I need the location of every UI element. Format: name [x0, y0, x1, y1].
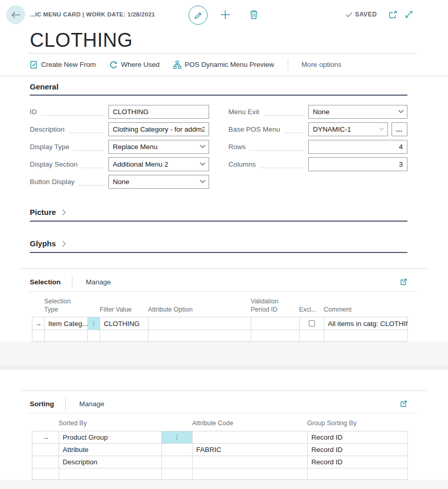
- assist-edit-button[interactable]: …: [391, 122, 407, 136]
- row-selector-cell[interactable]: [32, 468, 59, 480]
- resize-window-button[interactable]: [405, 10, 413, 19]
- attribute-option-cell[interactable]: [148, 317, 251, 330]
- breadcrumb[interactable]: ...IC MENU CARD | WORK DATE: 1/28/2021: [30, 11, 155, 17]
- selection-manage-button[interactable]: Manage: [86, 278, 111, 286]
- base-pos-menu-control: DYNAMIC-1 …: [308, 122, 407, 136]
- display-type-select[interactable]: Replace Menu: [108, 140, 209, 154]
- column-header-excluded[interactable]: Excl...: [299, 306, 324, 314]
- horizontal-scrollbar-track[interactable]: [0, 366, 448, 370]
- open-in-window-button[interactable]: [388, 11, 397, 19]
- cell-options-button[interactable]: ⋮: [88, 317, 100, 330]
- column-header-group-sorting-by[interactable]: Group Sorting By: [307, 420, 407, 428]
- comment-cell[interactable]: All items in catg: CLOTHING: [324, 317, 408, 330]
- group-sorting-by-cell[interactable]: Record ID: [308, 456, 408, 468]
- id-input[interactable]: CLOTHING: [108, 105, 209, 119]
- pencil-icon: [194, 11, 202, 20]
- attribute-option-cell[interactable]: [148, 330, 251, 341]
- column-header-validation-period-id[interactable]: Validation Period ID: [251, 298, 299, 314]
- field-row-display-section: Display Section Additional Menu 2: [30, 157, 209, 171]
- sorted-by-cell[interactable]: Attribute: [59, 444, 162, 456]
- table-row: [32, 330, 408, 341]
- save-status-label: SAVED: [355, 11, 377, 18]
- column-header-attribute-code[interactable]: Attribute Code: [192, 420, 307, 428]
- field-row-menu-exit: Menu Exit None: [229, 105, 408, 119]
- selection-focus-mode-button[interactable]: [400, 278, 407, 286]
- table-row: → Product Group ⋮ Record ID: [32, 431, 408, 444]
- comment-cell[interactable]: [324, 330, 408, 341]
- description-input[interactable]: Clothing Category - for addm2: [108, 122, 209, 136]
- create-new-from-icon: [30, 61, 38, 69]
- sorting-column-headers: Sorted By Attribute Code Group Sorting B…: [32, 413, 407, 431]
- column-header-selection-type[interactable]: Selection Type: [44, 298, 87, 314]
- dotted-leader: [264, 108, 304, 116]
- selection-part-header: Selection Manage: [30, 274, 407, 289]
- group-sorting-by-cell[interactable]: Record ID: [308, 431, 408, 444]
- new-document-button[interactable]: [220, 10, 230, 20]
- columns-input[interactable]: 3: [308, 157, 407, 171]
- pos-dynamic-menu-preview-button[interactable]: POS Dynamic Menu Preview: [173, 61, 274, 69]
- cell-options-cell[interactable]: [88, 330, 100, 341]
- column-header-sorted-by[interactable]: Sorted By: [59, 420, 161, 428]
- display-section-select[interactable]: Additional Menu 2: [108, 157, 209, 171]
- group-sorting-by-cell[interactable]: [308, 468, 408, 480]
- sorting-manage-button[interactable]: Manage: [79, 400, 104, 408]
- row-selector-cell[interactable]: [32, 444, 59, 456]
- row-selector-cell[interactable]: [32, 456, 59, 468]
- sorted-by-cell[interactable]: Description: [59, 456, 162, 468]
- attribute-code-cell[interactable]: [193, 468, 308, 480]
- more-options-button[interactable]: More options: [302, 61, 342, 68]
- dotted-leader: [79, 178, 104, 186]
- action-bar-divider: [288, 59, 288, 70]
- display-type-label: Display Type: [30, 143, 69, 151]
- cell-options-cell[interactable]: [162, 444, 193, 456]
- column-header-comment[interactable]: Comment: [324, 306, 407, 314]
- button-display-label: Button Display: [30, 178, 74, 186]
- back-button[interactable]: [6, 5, 25, 24]
- section-heading-general[interactable]: General: [30, 82, 407, 96]
- attribute-code-cell[interactable]: [193, 456, 308, 468]
- create-new-from-button[interactable]: Create New From: [30, 61, 96, 69]
- focus-mode-icon: [400, 400, 407, 408]
- table-row: Description Record ID: [32, 456, 408, 468]
- trash-icon: [250, 10, 258, 19]
- column-header-attribute-option[interactable]: Attribute Option: [148, 306, 251, 314]
- cell-options-cell[interactable]: [162, 468, 193, 480]
- tab-sorting[interactable]: Sorting: [30, 400, 54, 408]
- attribute-code-cell[interactable]: [193, 431, 308, 444]
- row-arrow-icon: →: [42, 433, 49, 441]
- tab-selection[interactable]: Selection: [30, 278, 61, 286]
- selection-column-headers: Selection Type Filter Value Attribute Op…: [32, 292, 407, 317]
- action-label: Where Used: [121, 61, 160, 68]
- where-used-button[interactable]: Where Used: [109, 61, 160, 69]
- excluded-cell[interactable]: [300, 317, 324, 330]
- section-heading-glyphs[interactable]: Glyphs: [30, 239, 407, 253]
- description-label: Description: [30, 125, 65, 133]
- selection-grid: → Item Categ... ⋮ CLOTHING All items in …: [32, 317, 408, 341]
- base-pos-menu-combobox[interactable]: DYNAMIC-1: [308, 122, 388, 136]
- dotted-leader: [284, 126, 304, 133]
- edit-pencil-button[interactable]: [189, 6, 208, 25]
- attribute-code-cell[interactable]: FABRIC: [193, 444, 308, 456]
- sorted-by-cell[interactable]: Product Group: [59, 431, 162, 444]
- sorting-focus-mode-button[interactable]: [400, 400, 407, 408]
- validation-period-id-cell[interactable]: [251, 330, 300, 341]
- excluded-cell[interactable]: [300, 330, 324, 341]
- cell-options-cell[interactable]: [162, 456, 193, 468]
- filter-value-cell[interactable]: [100, 330, 148, 341]
- cell-options-button[interactable]: ⋮: [162, 431, 193, 444]
- sorted-by-cell[interactable]: [59, 468, 162, 480]
- excluded-checkbox[interactable]: [309, 320, 315, 327]
- dotted-leader: [73, 143, 104, 151]
- button-display-select[interactable]: None: [108, 175, 209, 189]
- validation-period-id-cell[interactable]: [251, 317, 300, 330]
- delete-button[interactable]: [250, 10, 258, 19]
- column-header-filter-value[interactable]: Filter Value: [100, 306, 148, 314]
- group-sorting-by-cell[interactable]: Record ID: [308, 444, 408, 456]
- rows-input[interactable]: 4: [308, 140, 407, 154]
- row-selector-cell[interactable]: [32, 330, 45, 341]
- selection-type-cell[interactable]: [45, 330, 88, 341]
- menu-exit-select[interactable]: None: [308, 105, 407, 119]
- selection-type-cell[interactable]: Item Categ...: [45, 317, 88, 330]
- section-heading-picture[interactable]: Picture: [30, 208, 407, 222]
- filter-value-cell[interactable]: CLOTHING: [100, 317, 148, 330]
